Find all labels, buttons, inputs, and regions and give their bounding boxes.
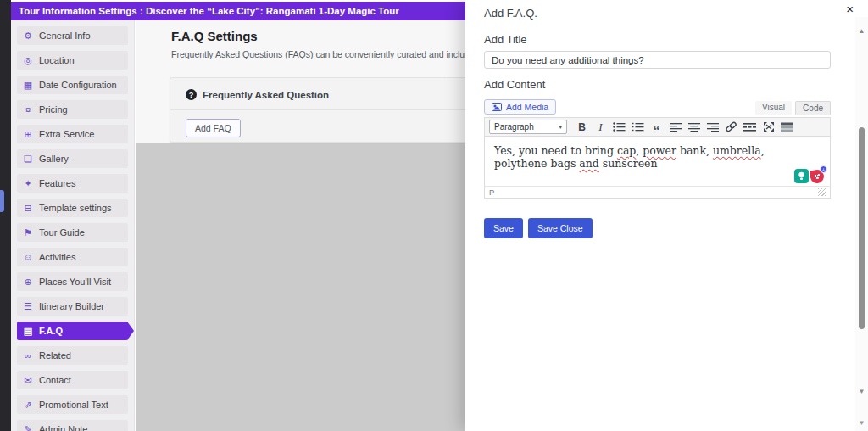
add-title-label: Add Title: [484, 33, 831, 46]
sidebar-item-features[interactable]: ✦Features: [17, 174, 128, 193]
toolbar-toggle-button[interactable]: [778, 119, 796, 135]
sidebar-item-label: F.A.Q: [39, 326, 63, 336]
add-media-button[interactable]: Add Media: [484, 99, 556, 115]
panel-scrollbar: ▲ ▼ ▼: [855, 17, 868, 431]
sidebar-item-location[interactable]: ◎Location: [17, 51, 128, 70]
sidebar-item-gallery[interactable]: ❏Gallery: [17, 149, 128, 168]
paragraph-select-value: Paragraph: [494, 122, 534, 132]
editor-text: bank,: [676, 144, 713, 157]
media-icon: [492, 102, 502, 112]
sidebar-item-related[interactable]: ∞Related: [17, 346, 128, 365]
fullscreen-button[interactable]: [760, 119, 777, 135]
read-more-button[interactable]: [741, 119, 759, 135]
background-notch: [0, 190, 4, 212]
editor-text-misspelled: umbrella: [713, 144, 761, 157]
bulleted-list-button[interactable]: [610, 119, 628, 135]
editor-text-misspelled: and: [579, 157, 599, 170]
promo-chart-icon: ⇗: [23, 400, 33, 410]
resize-handle[interactable]: [818, 188, 826, 196]
bold-button[interactable]: B: [573, 119, 591, 135]
grammar-extension-dots: [813, 173, 821, 180]
align-center-icon: [688, 122, 700, 132]
sidebar-item-pricing[interactable]: ¤Pricing: [17, 100, 128, 119]
chevron-down-icon: ▾: [559, 124, 562, 131]
sidebar-item-template-settings[interactable]: ⊟Template settings: [17, 199, 128, 217]
sidebar-item-places-youll-visit[interactable]: ⊕Places You'll Visit: [17, 272, 128, 291]
editor-text: sunscreen: [599, 157, 658, 170]
grammar-extension-icon[interactable]: +: [810, 168, 826, 183]
sidebar-item-label: General Info: [39, 31, 91, 41]
save-button[interactable]: Save: [484, 218, 523, 238]
align-right-icon: [707, 122, 719, 132]
save-button-row: Save Save Close: [484, 218, 831, 238]
sidebar-item-label: Activities: [39, 252, 75, 262]
faq-title-input[interactable]: [484, 51, 831, 69]
sidebar-item-label: Features: [39, 178, 75, 188]
align-left-icon: [670, 122, 682, 132]
pricing-icon: ¤: [23, 105, 33, 115]
scrollbar-thumb[interactable]: [859, 127, 865, 329]
extension-icons: +: [794, 168, 826, 183]
editor-top-row: Add Media Visual Code: [484, 98, 831, 115]
sidebar-item-tour-guide[interactable]: ⚑Tour Guide: [17, 223, 128, 242]
numbered-list-button[interactable]: [629, 119, 647, 135]
sidebar-item-label: Promotional Text: [39, 400, 108, 410]
sidebar-item-contact[interactable]: ✉Contact: [17, 371, 128, 389]
editor-text-misspelled: power: [643, 144, 676, 157]
gallery-icon: ❏: [23, 154, 33, 164]
calendar-icon: ▦: [23, 81, 33, 90]
sidebar-item-label: Places You'll Visit: [39, 277, 111, 287]
add-faq-button[interactable]: Add FAQ: [186, 119, 241, 137]
sidebar-item-general-info[interactable]: ⚙General Info: [17, 26, 128, 45]
italic-button[interactable]: I: [592, 119, 609, 135]
add-media-label: Add Media: [506, 102, 548, 112]
sidebar-item-label: Template settings: [39, 203, 112, 213]
save-close-button[interactable]: Save Close: [528, 218, 593, 238]
read-more-icon: [743, 122, 756, 132]
editor-status-bar: P: [484, 186, 831, 199]
sidebar-item-label: Admin Note: [39, 424, 87, 431]
writing-assistant-bulb-icon[interactable]: [794, 169, 809, 183]
align-right-button[interactable]: [704, 119, 721, 135]
sidebar-item-label: Itinerary Builder: [39, 301, 104, 311]
blockquote-button[interactable]: “: [648, 119, 665, 135]
add-content-label: Add Content: [484, 78, 831, 91]
fullscreen-icon: [763, 121, 775, 132]
places-globe-icon: ⊕: [23, 277, 33, 287]
sidebar-item-promotional-text[interactable]: ⇗Promotional Text: [17, 395, 128, 414]
scroll-down-arrow[interactable]: ▼: [855, 388, 868, 395]
features-icon: ✦: [23, 179, 33, 188]
template-icon: ⊟: [23, 204, 33, 213]
sidebar-item-label: Location: [39, 55, 75, 65]
align-center-button[interactable]: [685, 119, 703, 135]
sidebar-item-admin-note[interactable]: ✎Admin Note: [17, 420, 128, 431]
link-icon: [725, 121, 737, 132]
window-scroll-down-arrow[interactable]: ▼: [855, 419, 868, 427]
sidebar-item-activities[interactable]: ☺Activities: [17, 248, 128, 266]
note-icon: ✎: [23, 425, 33, 431]
panel-body: Add F.A.Q. Add Title Add Content Add Med…: [484, 0, 831, 238]
align-left-button[interactable]: [666, 119, 684, 135]
activities-icon: ☺: [23, 253, 33, 262]
sidebar-item-faq[interactable]: ▤F.A.Q: [17, 322, 128, 340]
insert-link-button[interactable]: [722, 119, 740, 135]
numbered-list-icon: [632, 121, 644, 132]
sidebar-item-label: Extra Service: [39, 129, 94, 139]
location-pin-icon: ◎: [23, 56, 33, 65]
sidebar-item-extra-service[interactable]: ⊞Extra Service: [17, 125, 128, 143]
page-title: F.A.Q Settings: [171, 29, 258, 43]
tab-code[interactable]: Code: [795, 101, 831, 115]
settings-sidebar: ⚙General Info ◎Location ▦Date Configurat…: [11, 20, 135, 431]
editor-text: Yes, you need to bring: [494, 144, 617, 157]
sidebar-item-itinerary-builder[interactable]: ☰Itinerary Builder: [17, 297, 128, 316]
bulleted-list-icon: [613, 121, 626, 132]
tab-visual[interactable]: Visual: [755, 101, 792, 115]
scroll-up-arrow[interactable]: ▲: [855, 27, 868, 35]
question-mark-icon: ?: [186, 89, 197, 100]
editor-content-area[interactable]: Yes, you need to bring cap, power bank, …: [484, 137, 831, 186]
close-icon[interactable]: ×: [846, 3, 854, 15]
toolbar-toggle-icon: [781, 122, 793, 132]
sidebar-item-label: Tour Guide: [39, 227, 85, 238]
paragraph-style-select[interactable]: Paragraph ▾: [489, 120, 567, 134]
sidebar-item-date-configuration[interactable]: ▦Date Configuration: [17, 76, 128, 94]
